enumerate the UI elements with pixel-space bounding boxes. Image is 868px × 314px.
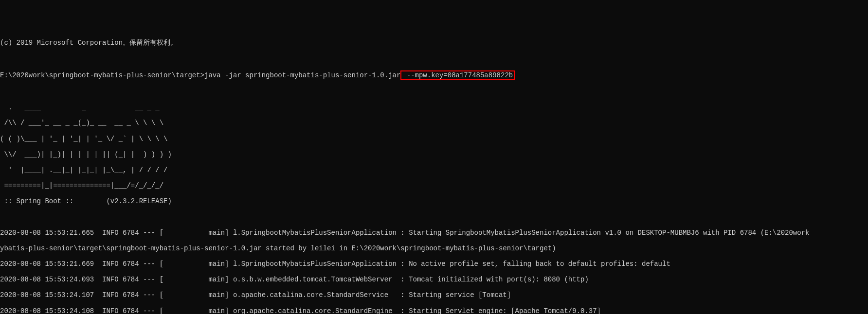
spring-banner-line: /\\ / ___'_ __ _ _(_)_ __ __ _ \ \ \ \ <box>0 119 868 127</box>
log-line: 2020-08-08 15:53:21.665 INFO 6784 --- [ … <box>0 229 868 237</box>
copyright-line: (c) 2019 Microsoft Corporation。保留所有权利。 <box>0 39 868 47</box>
command-line: E:\2020work\springboot-mybatis-plus-seni… <box>0 70 868 80</box>
log-line: ybatis-plus-senior\target\springboot-myb… <box>0 244 868 252</box>
blank-line <box>0 55 868 63</box>
terminal-window[interactable]: (c) 2019 Microsoft Corporation。保留所有权利。 E… <box>0 31 868 314</box>
log-line: 2020-08-08 15:53:24.093 INFO 6784 --- [ … <box>0 276 868 283</box>
spring-banner-line: \\/ ___)| |_)| | | | | || (_| | ) ) ) ) <box>0 151 868 158</box>
spring-boot-version-line: :: Spring Boot :: (v2.3.2.RELEASE) <box>0 197 868 205</box>
log-line: 2020-08-08 15:53:24.108 INFO 6784 --- [ … <box>0 307 868 314</box>
spring-banner-line: =========|_|==============|___/=/_/_/_/ <box>0 182 868 190</box>
command-prefix: E:\2020work\springboot-mybatis-plus-seni… <box>0 71 400 79</box>
log-line: 2020-08-08 15:53:21.669 INFO 6784 --- [ … <box>0 260 868 268</box>
highlighted-argument: --mpw.key=08a177485a89822b <box>400 70 515 80</box>
blank-line <box>0 213 868 221</box>
spring-banner-line: ' |____| .__|_| |_|_| |_\__, | / / / / <box>0 166 868 174</box>
blank-line <box>0 88 868 96</box>
log-line: 2020-08-08 15:53:24.107 INFO 6784 --- [ … <box>0 291 868 299</box>
spring-banner-line: . ____ _ __ _ _ <box>0 104 868 111</box>
spring-banner-line: ( ( )\___ | '_ | '_| | '_ \/ _` | \ \ \ … <box>0 135 868 143</box>
